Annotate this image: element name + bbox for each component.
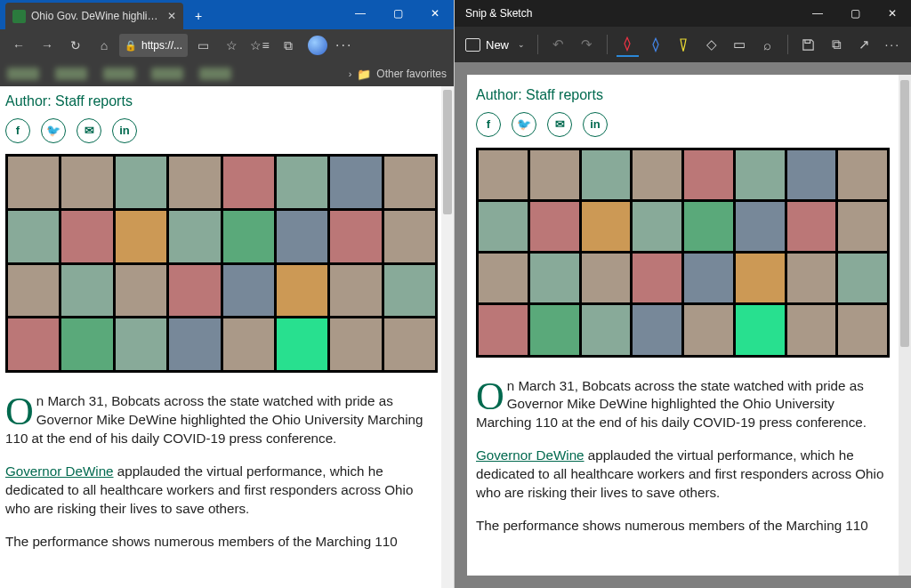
page-inner[interactable]: Author: Staff reports f 🐦 ✉ in On March … xyxy=(0,86,441,588)
ruler-tool[interactable]: ▭ xyxy=(728,32,750,57)
vertical-scrollbar[interactable] xyxy=(441,86,454,588)
crop-tool[interactable]: ⌕ xyxy=(756,32,778,57)
forward-button[interactable]: → xyxy=(34,32,60,59)
browser-tab[interactable]: Ohio Gov. DeWine highlights OH… ✕ xyxy=(5,3,183,29)
new-tab-button[interactable]: + xyxy=(187,4,210,28)
author-line: Author: Staff reports xyxy=(476,85,890,105)
separator xyxy=(787,35,788,54)
article: Author: Staff reports f 🐦 ✉ in On March … xyxy=(5,92,438,552)
tab-favicon xyxy=(12,10,26,23)
article-paragraph-3: The performance shows numerous members o… xyxy=(476,517,890,536)
share-linkedin-icon[interactable]: in xyxy=(112,118,137,143)
share-button[interactable]: ↗ xyxy=(853,32,875,57)
separator xyxy=(537,35,538,54)
article-hero-image xyxy=(5,154,438,373)
snip-and-sketch-window: Snip & Sketch — ▢ ✕ New ⌄ ↶ ↷ ◇ ▭ ⌕ ⧉ ↗ … xyxy=(455,0,911,588)
ballpoint-pen-tool[interactable] xyxy=(617,32,639,57)
blurred-favorites xyxy=(7,68,231,80)
share-facebook-icon[interactable]: f xyxy=(5,118,30,143)
separator xyxy=(607,35,608,54)
copy-button[interactable]: ⧉ xyxy=(826,32,848,57)
url-text: https://... xyxy=(141,39,182,52)
close-tab-icon[interactable]: ✕ xyxy=(167,10,176,22)
captured-snip[interactable]: Author: Staff reports f 🐦 ✉ in On March … xyxy=(467,75,911,576)
profile-button[interactable] xyxy=(303,32,330,59)
snip-toolbar: New ⌄ ↶ ↷ ◇ ▭ ⌕ ⧉ ↗ ··· xyxy=(455,27,911,62)
article-paragraph-1: On March 31, Bobcats across the state wa… xyxy=(476,377,890,433)
globe-icon xyxy=(308,36,327,55)
article: Author: Staff reports f 🐦 ✉ in On March … xyxy=(476,85,890,536)
window-controls: — ▢ ✕ xyxy=(799,0,911,27)
vertical-scrollbar[interactable] xyxy=(899,75,911,576)
article-paragraph-3: The performance shows numerous members o… xyxy=(5,533,438,552)
favorites-hub-button[interactable]: ☆≡ xyxy=(246,32,273,59)
folder-icon: 📁 xyxy=(357,68,371,81)
close-window-button[interactable]: ✕ xyxy=(874,0,911,27)
tab-title: Ohio Gov. DeWine highlights OH… xyxy=(31,10,162,22)
share-bar: f 🐦 ✉ in xyxy=(476,112,890,137)
edge-browser-window: Ohio Gov. DeWine highlights OH… ✕ + — ▢ … xyxy=(0,0,454,588)
scrollbar-thumb[interactable] xyxy=(443,90,452,214)
reader-mode-button[interactable]: ▭ xyxy=(189,32,216,59)
page-viewport: Author: Staff reports f 🐦 ✉ in On March … xyxy=(0,86,454,588)
minimize-button[interactable]: — xyxy=(799,0,836,27)
share-email-icon[interactable]: ✉ xyxy=(77,118,101,143)
undo-button[interactable]: ↶ xyxy=(547,32,569,57)
pencil-tool[interactable] xyxy=(644,32,666,57)
address-bar[interactable]: 🔒 https://... xyxy=(119,34,188,57)
close-window-button[interactable]: ✕ xyxy=(416,0,454,27)
new-label: New xyxy=(486,38,509,52)
minimize-button[interactable]: — xyxy=(342,0,379,27)
article-paragraph-2: Governor DeWine applauded the virtual pe… xyxy=(476,447,890,503)
back-button[interactable]: ← xyxy=(5,32,32,59)
share-linkedin-icon: in xyxy=(583,112,608,137)
share-twitter-icon[interactable]: 🐦 xyxy=(41,118,66,143)
article-paragraph-2: Governor DeWine applauded the virtual pe… xyxy=(5,463,438,519)
chevron-right-icon[interactable]: › xyxy=(349,68,352,79)
home-button[interactable]: ⌂ xyxy=(91,32,117,59)
lock-icon: 🔒 xyxy=(125,40,137,52)
more-menu-button[interactable]: ··· xyxy=(332,37,356,53)
author-line: Author: Staff reports xyxy=(5,92,438,111)
app-title: Snip & Sketch xyxy=(465,7,532,20)
favorites-bar: › 📁 Other favorites xyxy=(0,61,454,86)
chevron-down-icon[interactable]: ⌄ xyxy=(518,40,525,49)
share-twitter-icon: 🐦 xyxy=(512,112,536,137)
eraser-tool[interactable]: ◇ xyxy=(700,32,722,57)
article-paragraph-1: On March 31, Bobcats across the state wa… xyxy=(5,392,438,448)
window-controls: — ▢ ✕ xyxy=(342,0,454,27)
article-hero-image xyxy=(476,148,890,357)
maximize-button[interactable]: ▢ xyxy=(379,0,416,27)
governor-link: Governor DeWine xyxy=(476,447,584,463)
share-facebook-icon: f xyxy=(476,112,501,137)
refresh-button[interactable]: ↻ xyxy=(62,32,89,59)
snip-icon xyxy=(465,38,480,52)
save-button[interactable] xyxy=(797,32,819,57)
more-menu-button[interactable]: ··· xyxy=(881,37,904,52)
edge-toolbar: ← → ↻ ⌂ 🔒 https://... ▭ ☆ ☆≡ ⧉ ··· xyxy=(0,29,454,61)
favorite-star-button[interactable]: ☆ xyxy=(218,32,245,59)
governor-link[interactable]: Governor DeWine xyxy=(5,463,114,479)
edge-tab-strip: Ohio Gov. DeWine highlights OH… ✕ + — ▢ … xyxy=(0,0,454,29)
snip-canvas-area: Author: Staff reports f 🐦 ✉ in On March … xyxy=(455,62,911,588)
other-favorites-link[interactable]: Other favorites xyxy=(376,68,447,80)
snip-titlebar: Snip & Sketch — ▢ ✕ xyxy=(455,0,911,27)
share-email-icon: ✉ xyxy=(547,112,572,137)
redo-button[interactable]: ↷ xyxy=(575,32,597,57)
collections-button[interactable]: ⧉ xyxy=(275,32,302,59)
highlighter-tool[interactable] xyxy=(673,32,695,57)
scrollbar-thumb[interactable] xyxy=(900,80,909,347)
new-snip-button[interactable]: New ⌄ xyxy=(462,36,528,53)
maximize-button[interactable]: ▢ xyxy=(836,0,874,27)
share-bar: f 🐦 ✉ in xyxy=(5,118,438,143)
